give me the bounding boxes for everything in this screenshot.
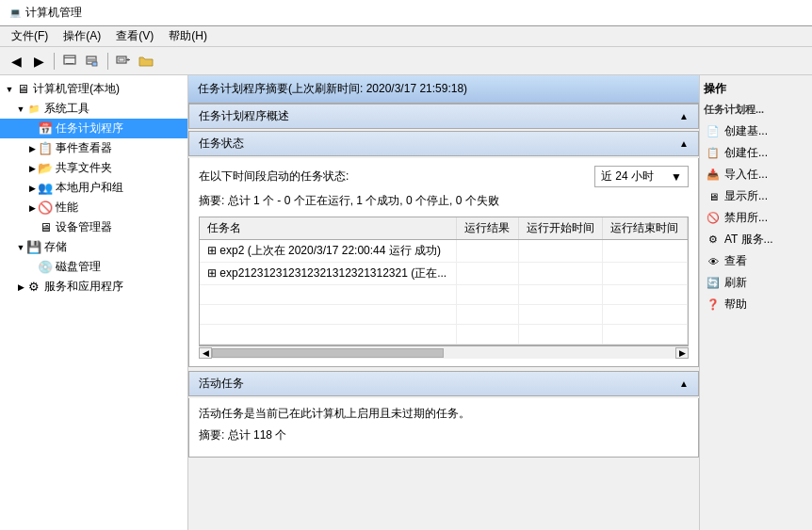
devicemgr-icon: 🖥 — [38, 220, 53, 235]
action-import[interactable]: 📥 导入任... — [704, 164, 808, 185]
expand-icon-systemtools: ▼ — [15, 104, 26, 115]
localusers-icon: 👥 — [38, 181, 53, 196]
title-text: 计算机管理 — [25, 5, 82, 21]
storage-label: 存储 — [44, 239, 67, 255]
main-layout: ▼ 🖥 计算机管理(本地) ▼ 📁 系统工具 ▶ 📅 任务计划程序 ▶ 📋 事件… — [0, 75, 812, 530]
back-button[interactable]: ◀ — [6, 51, 26, 72]
show-button[interactable] — [82, 51, 103, 72]
right-panel: 任务计划程序摘要(上次刷新时间: 2020/3/17 21:59:18) 任务计… — [188, 75, 812, 530]
action-refresh[interactable]: 🔄 刷新 — [704, 272, 808, 294]
svg-rect-7 — [117, 56, 126, 63]
active-title: 活动任务 — [199, 376, 244, 392]
action-panel: 操作 任务计划程... 📄 创建基... 📋 创建任... 📥 导入任... 🖥… — [699, 75, 812, 530]
hscroll-left-button[interactable]: ◀ — [199, 347, 212, 359]
time-dropdown[interactable]: 近 24 小时 ▼ — [594, 166, 689, 187]
performance-label: 性能 — [56, 200, 78, 216]
services-icon: ⚙ — [26, 280, 41, 295]
status-summary: 摘要: 总计 1 个 - 0 个正在运行, 1 个成功, 0 个停止, 0 个失… — [199, 193, 689, 209]
action-display-all[interactable]: 🖥 显示所... — [704, 185, 808, 207]
table-row-empty-2 — [200, 305, 688, 325]
task-row-1-start — [518, 240, 603, 263]
table-row[interactable]: ⊞ exp2 (上次在 2020/3/17 22:00:44 运行 成功) — [200, 240, 688, 263]
sidebar-item-localusers[interactable]: ▶ 👥 本地用户和组 — [0, 178, 187, 198]
import-icon: 📥 — [706, 168, 721, 183]
up-button[interactable] — [59, 51, 80, 72]
sidebar-item-services[interactable]: ▶ ⚙ 服务和应用程序 — [0, 277, 187, 297]
refresh-label: 刷新 — [724, 275, 747, 291]
svg-rect-1 — [64, 57, 75, 58]
hscroll-track[interactable] — [212, 347, 675, 359]
menu-help[interactable]: 帮助(H) — [161, 26, 215, 46]
task-row-1-end — [603, 240, 688, 263]
svg-rect-6 — [92, 62, 97, 66]
active-section-header[interactable]: 活动任务 ▲ — [188, 371, 699, 396]
svg-rect-8 — [119, 58, 124, 61]
sidebar-item-taskscheduler[interactable]: ▶ 📅 任务计划程序 — [0, 119, 187, 138]
sidebar-item-sharedfolders[interactable]: ▶ 📂 共享文件夹 — [0, 158, 187, 178]
status-time-row: 在以下时间段启动的任务状态: 近 24 小时 ▼ — [199, 166, 689, 187]
col-result[interactable]: 运行结果 — [457, 217, 518, 240]
refresh-icon: 🔄 — [706, 276, 721, 291]
menu-action[interactable]: 操作(A) — [56, 26, 108, 46]
active-arrow: ▲ — [679, 378, 689, 389]
horizontal-scrollbar[interactable]: ◀ ▶ — [199, 345, 689, 359]
table-row-empty-3 — [200, 325, 688, 345]
task-row-2-result — [457, 263, 518, 285]
time-dropdown-value: 近 24 小时 — [601, 169, 654, 185]
col-taskname[interactable]: 任务名 — [200, 217, 457, 240]
active-description: 活动任务是当前已在此计算机上启用且未过期的任务。 — [199, 406, 689, 422]
create-task-label: 创建任... — [724, 145, 768, 161]
taskscheduler-label: 任务计划程序 — [56, 120, 123, 137]
action-section-label: 任务计划程... — [704, 103, 808, 117]
menu-bar: 文件(F) 操作(A) 查看(V) 帮助(H) — [0, 26, 812, 47]
content-area: 任务计划程序摘要(上次刷新时间: 2020/3/17 21:59:18) 任务计… — [188, 75, 699, 530]
app-icon: 💻 — [8, 6, 23, 21]
help-icon: ❓ — [706, 297, 721, 313]
sidebar-item-performance[interactable]: ▶ 🚫 性能 — [0, 198, 187, 217]
disable-all-icon: 🚫 — [706, 211, 721, 226]
disable-all-label: 禁用所... — [724, 210, 768, 226]
folder-button[interactable] — [136, 51, 156, 72]
create-task-icon: 📋 — [706, 146, 721, 161]
view-icon: 👁 — [706, 254, 721, 269]
hscroll-right-button[interactable]: ▶ — [675, 347, 689, 359]
table-header-row: 任务名 运行结果 运行开始时间 运行结束时间 — [200, 217, 688, 240]
action-view[interactable]: 👁 查看 — [704, 250, 808, 272]
action-create-task[interactable]: 📋 创建任... — [704, 142, 808, 164]
action-at-service[interactable]: ⚙ AT 服务... — [704, 229, 808, 250]
active-summary: 摘要: 总计 118 个 — [199, 427, 689, 443]
action-help[interactable]: ❓ 帮助 — [704, 294, 808, 315]
display-all-icon: 🖥 — [706, 189, 721, 204]
forward-button[interactable]: ▶ — [28, 51, 49, 72]
expand-icon-shared: ▶ — [26, 163, 38, 174]
menu-view[interactable]: 查看(V) — [108, 26, 161, 46]
key-button[interactable] — [113, 51, 134, 72]
col-endtime[interactable]: 运行结束时间 — [603, 217, 688, 240]
sidebar-item-systemtools[interactable]: ▼ 📁 系统工具 — [0, 99, 187, 119]
active-section: 活动任务 ▲ 活动任务是当前已在此计算机上启用且未过期的任务。 摘要: 总计 1… — [188, 371, 699, 458]
content-scroll[interactable]: 任务计划程序概述 ▲ 任务状态 ▲ 在以下时间段启动的任务状态: 近 24 小时… — [188, 104, 699, 530]
sidebar-item-eventviewer[interactable]: ▶ 📋 事件查看器 — [0, 138, 187, 158]
action-create-basic[interactable]: 📄 创建基... — [704, 120, 808, 142]
sidebar-item-diskmgmt[interactable]: ▶ 💿 磁盘管理 — [0, 257, 187, 277]
performance-icon: 🚫 — [38, 201, 53, 216]
table-row[interactable]: ⊞ exp212312312312321312321312321 (正在... — [200, 263, 688, 285]
sidebar-item-devicemgr[interactable]: ▶ 🖥 设备管理器 — [0, 217, 187, 237]
status-section-content: 在以下时间段启动的任务状态: 近 24 小时 ▼ 摘要: 总计 1 个 - 0 … — [188, 158, 699, 367]
task-row-2-name: ⊞ exp212312312312321312321312321 (正在... — [200, 263, 457, 285]
overview-section-header[interactable]: 任务计划程序概述 ▲ — [188, 104, 699, 129]
root-label: 计算机管理(本地) — [33, 81, 120, 97]
eventviewer-label: 事件查看器 — [56, 140, 112, 156]
hscroll-thumb[interactable] — [212, 348, 444, 358]
sidebar-item-root[interactable]: ▼ 🖥 计算机管理(本地) — [0, 79, 187, 99]
sidebar-item-storage[interactable]: ▼ 💾 存储 — [0, 237, 187, 257]
overview-arrow: ▲ — [679, 111, 689, 121]
expand-icon-services: ▶ — [15, 281, 26, 293]
action-disable-all[interactable]: 🚫 禁用所... — [704, 207, 808, 229]
status-section-header[interactable]: 任务状态 ▲ — [188, 131, 699, 156]
toolbar: ◀ ▶ — [0, 47, 812, 75]
col-starttime[interactable]: 运行开始时间 — [518, 217, 603, 240]
storage-icon: 💾 — [26, 240, 41, 255]
display-all-label: 显示所... — [724, 188, 768, 204]
menu-file[interactable]: 文件(F) — [4, 26, 56, 46]
